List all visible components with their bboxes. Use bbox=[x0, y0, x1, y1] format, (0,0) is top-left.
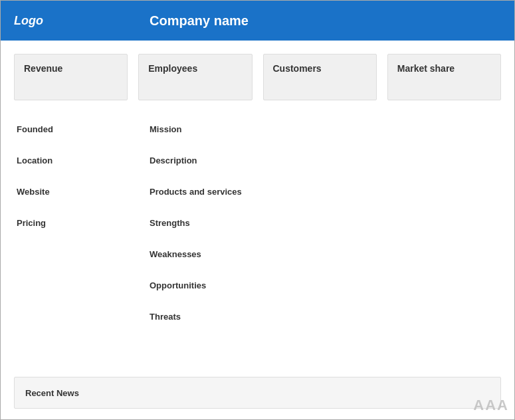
info-pricing: Pricing bbox=[14, 207, 147, 239]
detail-threats: Threats bbox=[147, 301, 501, 332]
page-wrapper: Logo Company name Revenue Employees Cust… bbox=[0, 0, 515, 420]
info-location: Location bbox=[14, 145, 147, 176]
left-column: Founded Location Website Pricing bbox=[14, 114, 147, 357]
detail-description: Description bbox=[147, 145, 501, 176]
detail-products-services: Products and services bbox=[147, 176, 501, 207]
info-founded: Founded bbox=[14, 114, 147, 145]
recent-news-card: Recent News bbox=[14, 377, 501, 409]
detail-strengths: Strengths bbox=[147, 207, 501, 239]
stat-card-market-share: Market share bbox=[387, 54, 501, 100]
stat-label-revenue: Revenue bbox=[24, 63, 62, 74]
stats-row: Revenue Employees Customers Market share bbox=[14, 54, 501, 100]
detail-opportunities: Opportunities bbox=[147, 270, 501, 301]
stat-card-employees: Employees bbox=[138, 54, 252, 100]
stat-label-market-share: Market share bbox=[397, 63, 455, 74]
logo: Logo bbox=[14, 14, 43, 28]
stat-label-customers: Customers bbox=[273, 63, 322, 74]
recent-news-label: Recent News bbox=[25, 388, 79, 398]
info-website: Website bbox=[14, 176, 147, 207]
detail-mission: Mission bbox=[147, 114, 501, 145]
right-column: Mission Description Products and service… bbox=[147, 114, 501, 357]
company-name: Company name bbox=[150, 13, 249, 29]
header: Logo Company name bbox=[1, 1, 514, 41]
detail-weaknesses: Weaknesses bbox=[147, 239, 501, 270]
main-content: Revenue Employees Customers Market share… bbox=[1, 41, 514, 370]
stat-label-employees: Employees bbox=[148, 63, 197, 74]
stat-card-customers: Customers bbox=[263, 54, 377, 100]
info-section: Founded Location Website Pricing Mission… bbox=[14, 114, 501, 357]
stat-card-revenue: Revenue bbox=[14, 54, 128, 100]
bottom-section: Recent News bbox=[1, 370, 514, 419]
